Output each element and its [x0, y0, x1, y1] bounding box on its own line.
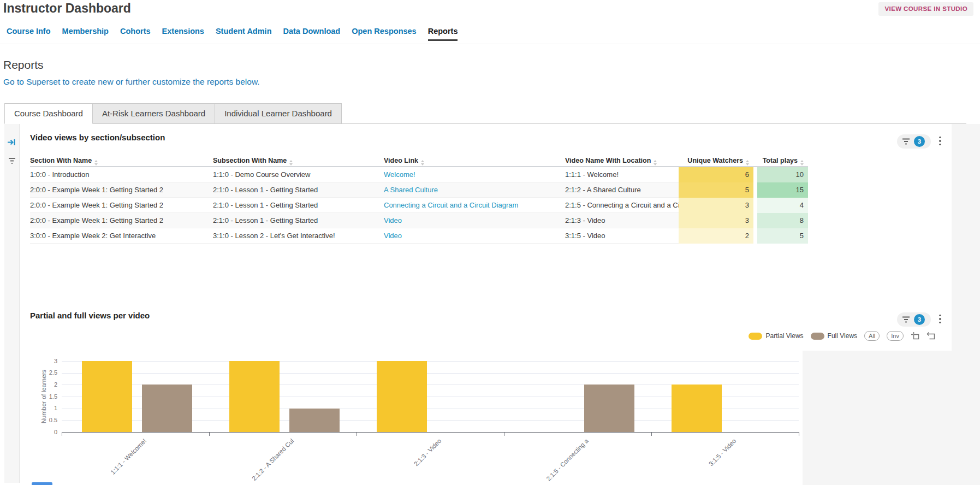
- y-tick-label: 0: [35, 429, 57, 435]
- dashboard-background-area: [803, 351, 980, 485]
- gridline: [62, 361, 799, 362]
- cell-unique-watchers: 2: [679, 228, 753, 244]
- nav-item-reports[interactable]: Reports: [428, 27, 458, 41]
- gridline: [62, 385, 799, 385]
- nav-item-cohorts[interactable]: Cohorts: [120, 27, 151, 41]
- legend-button-inv[interactable]: Inv: [887, 331, 904, 341]
- cell-section: 1:0:0 - Introduction: [30, 167, 213, 182]
- cell-subsection: 2:1:0 - Lesson 1 - Getting Started: [213, 213, 384, 228]
- chart-applied-filters-button[interactable]: 3: [897, 312, 931, 327]
- filter-count-badge: 3: [914, 314, 925, 325]
- column-header-video-name-with-location[interactable]: Video Name With Location: [565, 157, 679, 165]
- cell-total-plays: 15: [753, 182, 808, 198]
- table-row: 2:0:0 - Example Week 1: Getting Started …: [30, 213, 808, 228]
- y-axis-title: Number of learners: [40, 370, 47, 423]
- cell-total-plays: 4: [753, 198, 808, 213]
- video-views-table: Section With NameSubsection With NameVid…: [30, 156, 808, 244]
- gridline: [62, 373, 799, 374]
- cell-subsection: 3:1:0 - Lesson 2 - Let's Get Interactive…: [213, 228, 384, 244]
- views-chart-title: Partial and full views per video: [30, 311, 150, 320]
- x-axis-tick: [209, 433, 210, 436]
- table-row: 2:0:0 - Example Week 1: Getting Started …: [30, 182, 808, 198]
- cell-section: 3:0:0 - Example Week 2: Get Interactive: [30, 228, 213, 244]
- table-row: 2:0:0 - Example Week 1: Getting Started …: [30, 198, 808, 213]
- cell-video-link[interactable]: Welcome!: [384, 167, 565, 182]
- x-axis-label: 2:1:2 - A Shared Cul: [251, 437, 295, 482]
- gridline: [62, 397, 799, 397]
- y-tick-label: 0.5: [35, 417, 57, 423]
- bar-partial-views-1-1-1-welcome: [82, 361, 132, 432]
- sort-icon: [746, 160, 749, 165]
- chart-more-options-button[interactable]: [936, 313, 945, 325]
- legend-item-partial-views[interactable]: Partial Views: [749, 332, 803, 340]
- y-tick-label: 2: [35, 381, 57, 388]
- box-select-icon[interactable]: [911, 332, 919, 340]
- sort-icon: [421, 160, 424, 165]
- clear-selection-icon[interactable]: [926, 332, 935, 340]
- expand-filter-bar-icon[interactable]: [7, 138, 16, 149]
- nav-item-membership[interactable]: Membership: [62, 27, 109, 41]
- instructor-nav: Course InfoMembershipCohortsExtensionsSt…: [7, 27, 469, 41]
- superset-link[interactable]: Go to Superset to create new or further …: [3, 77, 260, 87]
- bar-partial-views-3-1-5-video: [672, 385, 722, 432]
- chart-legend: Partial ViewsFull ViewsAllInv: [749, 331, 935, 341]
- legend-label: Full Views: [828, 332, 857, 340]
- x-axis-tick: [504, 433, 504, 436]
- legend-item-full-views[interactable]: Full Views: [811, 332, 857, 340]
- column-header-unique-watchers[interactable]: Unique Watchers: [679, 157, 753, 165]
- page-title: Instructor Dashboard: [3, 1, 131, 16]
- column-header-video-link[interactable]: Video Link: [384, 157, 565, 165]
- nav-item-course-info[interactable]: Course Info: [7, 27, 51, 41]
- instructor-dashboard-page: Instructor Dashboard VIEW COURSE IN STUD…: [0, 0, 980, 485]
- cell-video-link[interactable]: A Shared Culture: [384, 182, 565, 198]
- table-row: 3:0:0 - Example Week 2: Get Interactive3…: [30, 228, 808, 244]
- legend-button-all[interactable]: All: [864, 331, 880, 341]
- cell-unique-watchers: 3: [679, 198, 753, 213]
- y-tick-label: 3: [35, 358, 57, 364]
- column-header-section-with-name[interactable]: Section With Name: [30, 157, 213, 165]
- view-course-in-studio-button[interactable]: VIEW COURSE IN STUDIO: [878, 2, 973, 16]
- column-header-subsection-with-name[interactable]: Subsection With Name: [213, 157, 384, 165]
- cell-video-name: 2:1:2 - A Shared Culture: [565, 182, 679, 198]
- bar-full-views-2-1-2-a-shared-cul: [289, 409, 340, 432]
- nav-item-extensions[interactable]: Extensions: [162, 27, 204, 41]
- table-applied-filters-button[interactable]: 3: [897, 134, 931, 149]
- cell-total-plays: 5: [753, 228, 808, 244]
- legend-swatch: [811, 333, 824, 340]
- cell-section: 2:0:0 - Example Week 1: Getting Started …: [30, 198, 213, 213]
- legend-swatch: [749, 333, 762, 340]
- nav-item-data-download[interactable]: Data Download: [283, 27, 341, 41]
- nav-item-open-responses[interactable]: Open Responses: [352, 27, 416, 41]
- bar-full-views-1-1-1-welcome: [142, 385, 192, 432]
- x-axis-line: [62, 432, 799, 433]
- x-axis-label: 2:1:5 - Connecting a: [545, 437, 590, 482]
- tab-at-risk-learners-dashboard[interactable]: At-Risk Learners Dashboard: [93, 103, 215, 124]
- nav-item-student-admin[interactable]: Student Admin: [216, 27, 272, 41]
- sort-icon: [289, 160, 293, 165]
- cell-video-link[interactable]: Connecting a Circuit and a Circuit Diagr…: [384, 198, 565, 213]
- x-axis-tick: [799, 433, 799, 436]
- legend-label: Partial Views: [765, 332, 803, 340]
- cell-video-name: 2:1:5 - Connecting a Circuit and a Circu…: [565, 198, 679, 213]
- funnel-icon: [902, 316, 910, 323]
- table-more-options-button[interactable]: [936, 135, 945, 147]
- column-header-total-plays[interactable]: Total plays: [753, 157, 808, 165]
- filter-funnel-icon[interactable]: [8, 157, 16, 167]
- y-tick-label: 2.5: [35, 369, 57, 376]
- cell-unique-watchers: 6: [679, 167, 753, 182]
- cell-video-link[interactable]: Video: [384, 213, 565, 228]
- bar-full-views-2-1-5-connecting-a: [584, 385, 634, 432]
- x-axis-tick: [651, 433, 652, 436]
- filter-bar-collapsed: [4, 124, 20, 483]
- bar-partial-views-2-1-2-a-shared-cul: [229, 361, 280, 432]
- nav-divider: [0, 44, 980, 44]
- tab-individual-learner-dashboard[interactable]: Individual Learner Dashboard: [215, 103, 342, 124]
- cell-video-link[interactable]: Video: [384, 228, 565, 244]
- dashboard-tabs: Course DashboardAt-Risk Learners Dashboa…: [4, 103, 342, 124]
- gridline: [62, 420, 799, 421]
- cell-subsection: 2:1:0 - Lesson 1 - Getting Started: [213, 182, 384, 198]
- tab-course-dashboard[interactable]: Course Dashboard: [4, 103, 93, 124]
- bottom-cropped-element: [32, 482, 52, 485]
- filter-count-badge: 3: [914, 136, 925, 147]
- x-axis-label: 1:1:1 - Welcome!: [110, 437, 148, 476]
